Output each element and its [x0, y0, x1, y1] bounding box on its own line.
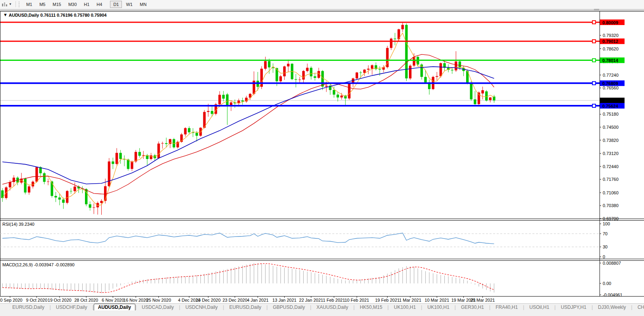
chart-tab-audusd-2[interactable]: AUDUSD,Daily — [94, 304, 135, 311]
timeframe-button-m30[interactable]: M30 — [65, 1, 80, 8]
chart-tab-usdchf-1[interactable]: USDCHF,Daily — [51, 304, 93, 310]
chart-tab-uk100-10[interactable]: UK100,H1 — [422, 304, 454, 310]
axis-price-label: 0.74500 — [603, 125, 619, 130]
chart-tool-dropdown-icon[interactable]: ▼ — [9, 2, 12, 6]
axis-price-label: 0.76560 — [603, 85, 619, 90]
chart-tab-china300-16[interactable]: CHINA300,H1 — [632, 304, 644, 310]
price-badge-label: 0.78014 — [602, 58, 619, 63]
date-label: 13 Jan 2021 — [272, 298, 297, 302]
macd-label: MACD(12,26,9) -0.003947 -0.002890 — [2, 262, 75, 267]
chart-tab-usoil-13[interactable]: USOil,H1 — [524, 304, 554, 310]
axis-price-label: 0.73120 — [603, 151, 619, 156]
timeframe-button-m15[interactable]: M15 — [49, 1, 64, 8]
axis-price-label: 0.71760 — [603, 177, 619, 182]
axis-price-label: 0.79320 — [603, 33, 619, 38]
timeframe-button-d1[interactable]: D1 — [110, 1, 122, 8]
chart-tool-icon[interactable] — [2, 2, 7, 7]
chart-tab-fra40-12[interactable]: FRA40,H1 — [490, 304, 523, 310]
chart-tab-uk100-9[interactable]: UK100,H1 — [389, 304, 421, 310]
chart-collapse-icon[interactable]: ▼ — [3, 12, 8, 17]
chart-tab-gbpusd-6[interactable]: GBPUSD,Daily — [268, 304, 310, 310]
timeframe-button-w1[interactable]: W1 — [123, 1, 136, 8]
axis-price-label: 0.71060 — [603, 190, 619, 195]
timeframe-button-m5[interactable]: M5 — [36, 1, 48, 8]
chart-tab-xauusd-7[interactable]: XAUUSD,Daily — [311, 304, 353, 310]
date-label: 6 Nov 2020 — [102, 298, 124, 302]
date-label: 9 Oct 2020 — [26, 298, 47, 302]
chart-render-layer: 0.793200.786200.779400.772400.765600.751… — [0, 11, 644, 302]
macd-scale-label: -0.004961 — [603, 293, 623, 297]
toolbar-grip — [19, 2, 20, 7]
axis-price-label: 0.73820 — [603, 138, 619, 143]
axis-price-label: 0.78620 — [603, 47, 619, 51]
chart-tab-hk50-8[interactable]: HK50,M15 — [355, 304, 388, 310]
price-badge-label: 0.75904 — [602, 98, 619, 103]
price-badge-label: 0.80009 — [602, 20, 618, 25]
timeframe-button-h1[interactable]: H1 — [81, 1, 93, 8]
rsi-scale-label: 100 — [603, 221, 610, 226]
chart-tab-usdcnh-4[interactable]: USDCNH,Daily — [180, 304, 223, 310]
price-badge-label: 0.79012 — [602, 39, 618, 44]
timeframe-toolbar: ▼ M1M5M15M30H1H4D1W1MN — [0, 0, 644, 8]
macd-scale-label: 0.008807 — [603, 261, 621, 266]
rsi-scale-label: 30 — [603, 244, 607, 249]
axis-price-label: 0.77240 — [603, 73, 619, 78]
date-label: 1 Mar 2021 — [399, 298, 421, 302]
date-label: 19 Oct 2020 — [48, 298, 71, 302]
chart-tab-bar: EURUSD,Daily|USDCHF,Daily|AUDUSD,Daily|U… — [0, 303, 644, 310]
date-label: 23 Dec 2020 — [222, 298, 247, 302]
date-label: 14 Dec 2020 — [196, 298, 220, 302]
chart-tab-eurusd-0[interactable]: EURUSD,Daily — [7, 304, 50, 310]
macd-scale-label: 0.00 — [603, 281, 611, 286]
date-label: 1 Feb 2021 — [323, 298, 345, 302]
timeframe-buttons: M1M5M15M30H1H4D1W1MN — [23, 2, 150, 7]
rsi-scale-label: 70 — [603, 231, 607, 236]
timeframe-button-m1[interactable]: M1 — [23, 1, 35, 8]
date-label: 29 Mar 2021 — [470, 298, 495, 302]
toolbar-divider — [15, 1, 16, 7]
axis-price-label: 0.70380 — [603, 203, 619, 208]
status-bar — [0, 310, 644, 316]
date-label: 16 Nov 2020 — [123, 298, 148, 302]
date-label: 19 Feb 2021 — [375, 298, 400, 302]
rsi-label: RSI(14) 39.2340 — [2, 222, 35, 227]
date-label: 28 Oct 2020 — [74, 298, 98, 302]
chart-tab-usdcad-3[interactable]: USDCAD,Daily — [137, 304, 179, 310]
chart-tab-ger30-11[interactable]: GER30,H1 — [456, 304, 489, 310]
price-badge-label: 0.75624 — [602, 104, 619, 109]
date-label: 25 Nov 2020 — [146, 298, 171, 302]
price-chart: 0.793200.786200.779400.772400.765600.751… — [0, 11, 644, 303]
axis-price-label: 0.75180 — [603, 112, 619, 116]
date-label: 30 Sep 2020 — [0, 298, 22, 302]
chart-tabs: EURUSD,Daily|USDCHF,Daily|AUDUSD,Daily|U… — [7, 304, 644, 311]
date-label: 22 Jan 2021 — [299, 298, 323, 302]
date-label: 4 Jan 2021 — [247, 298, 268, 302]
rsi-scale-label: 0 — [603, 254, 605, 259]
axis-price-label: 0.69700 — [603, 216, 619, 221]
chart-tab-dj30-15[interactable]: DJ30,Weekly — [593, 304, 631, 310]
timeframe-button-mn[interactable]: MN — [137, 1, 150, 8]
chart-tab-eurusd-5[interactable]: EURUSD,Daily — [224, 304, 266, 310]
axis-price-label: 0.72440 — [603, 164, 619, 169]
splitter-handle[interactable] — [594, 9, 599, 10]
price-badge-label: 0.76809 — [602, 81, 618, 86]
chart-tab-usdjpy-14[interactable]: USDJPY,H1 — [555, 304, 591, 310]
timeframe-button-h4[interactable]: H4 — [93, 1, 105, 8]
date-label: 10 Feb 2021 — [345, 298, 369, 302]
chart-title: AUDUSD,Daily 0.76111 0.76196 0.75780 0.7… — [9, 13, 107, 17]
date-label: 10 Mar 2021 — [425, 298, 449, 302]
